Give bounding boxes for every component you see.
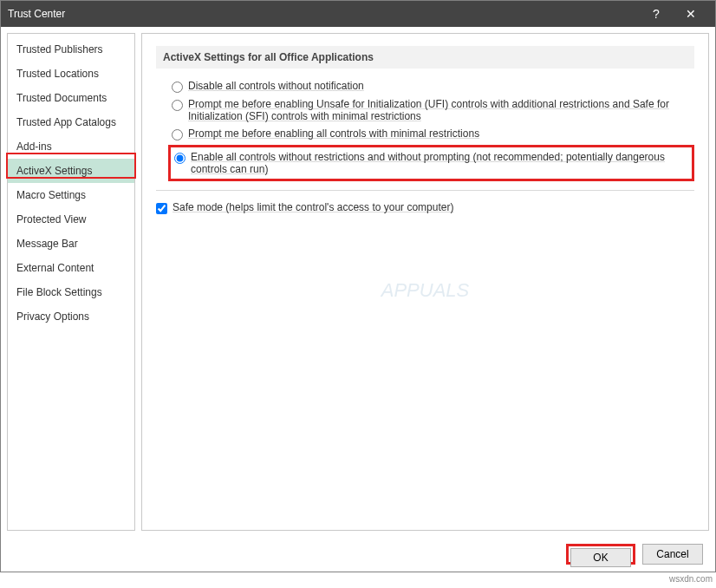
sidebar-item-protected-view[interactable]: Protected View: [8, 207, 134, 232]
sidebar-item-external-content[interactable]: External Content: [8, 256, 134, 280]
radio-label[interactable]: Prompt me before enabling all controls w…: [188, 127, 694, 140]
window-title: Trust Center: [8, 8, 639, 20]
help-button[interactable]: ?: [639, 7, 674, 21]
radio-disable-all[interactable]: [172, 82, 183, 93]
watermark-icon: APPUALS: [381, 279, 470, 302]
sidebar-item-trusted-publishers[interactable]: Trusted Publishers: [8, 37, 134, 62]
checkbox-safe-mode[interactable]: [156, 203, 167, 214]
radio-row-prompt-ufi[interactable]: Prompt me before enabling Unsafe for Ini…: [172, 95, 694, 125]
dialog-footer: OK Cancel: [1, 537, 715, 572]
radio-label[interactable]: Enable all controls without restrictions…: [191, 151, 688, 175]
watermark-text: APPUALS: [381, 279, 470, 302]
radio-group-activex: Disable all controls without notificatio…: [156, 77, 694, 181]
cancel-button[interactable]: Cancel: [642, 544, 703, 565]
sidebar-item-trusted-app-catalogs[interactable]: Trusted App Catalogs: [8, 110, 134, 134]
titlebar: Trust Center ? ✕: [1, 1, 715, 27]
sidebar-item-trusted-documents[interactable]: Trusted Documents: [8, 86, 134, 110]
section-header: ActiveX Settings for all Office Applicat…: [156, 46, 694, 69]
checkbox-label[interactable]: Safe mode (helps limit the control's acc…: [172, 201, 694, 213]
dialog-body: Trusted Publishers Trusted Locations Tru…: [1, 27, 715, 537]
divider: [156, 190, 694, 191]
sidebar-item-trusted-locations[interactable]: Trusted Locations: [8, 62, 134, 86]
sidebar-item-message-bar[interactable]: Message Bar: [8, 232, 134, 256]
ok-button[interactable]: OK: [570, 548, 631, 567]
content-panel: ActiveX Settings for all Office Applicat…: [141, 33, 709, 531]
sidebar-item-file-block-settings[interactable]: File Block Settings: [8, 280, 134, 304]
trust-center-dialog: Trust Center ? ✕ Trusted Publishers Trus…: [0, 0, 716, 572]
radio-prompt-ufi[interactable]: [172, 100, 183, 111]
checkbox-row-safe-mode[interactable]: Safe mode (helps limit the control's acc…: [156, 201, 694, 214]
radio-enable-all[interactable]: [174, 153, 186, 164]
radio-prompt-all[interactable]: [172, 129, 183, 140]
radio-row-disable-all[interactable]: Disable all controls without notificatio…: [172, 77, 694, 95]
annotation-highlight-ok: OK: [566, 544, 635, 565]
radio-row-enable-all[interactable]: Enable all controls without restrictions…: [168, 145, 694, 181]
image-credit: wsxdn.com: [669, 574, 713, 584]
close-button[interactable]: ✕: [674, 7, 708, 21]
radio-row-prompt-all[interactable]: Prompt me before enabling all controls w…: [172, 125, 694, 143]
radio-label[interactable]: Prompt me before enabling Unsafe for Ini…: [188, 98, 694, 122]
sidebar-item-macro-settings[interactable]: Macro Settings: [8, 183, 134, 207]
sidebar-item-privacy-options[interactable]: Privacy Options: [8, 304, 134, 329]
sidebar: Trusted Publishers Trusted Locations Tru…: [7, 33, 135, 531]
radio-label[interactable]: Disable all controls without notificatio…: [188, 80, 694, 92]
annotation-highlight-icon: [6, 153, 136, 179]
